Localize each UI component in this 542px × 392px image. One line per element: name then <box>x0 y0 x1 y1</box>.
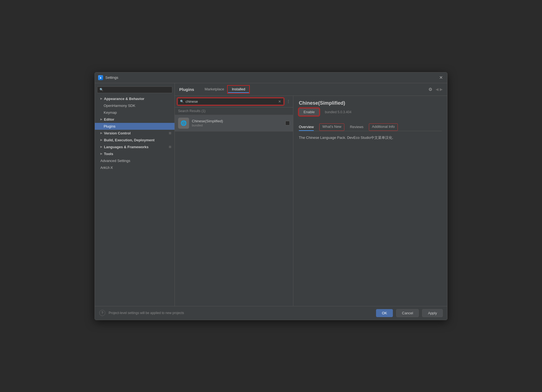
plugin-detail-version: bundled 5.0.3.404 <box>325 110 351 114</box>
search-menu-icon[interactable]: ⋮ <box>286 99 290 104</box>
plugin-icon-chinese: 🌐 <box>178 118 189 129</box>
tab-whats-new[interactable]: What's New <box>319 123 344 131</box>
plugin-info: Chinese(Simplified) bundled <box>192 119 283 127</box>
plugin-list-item-chinese[interactable]: 🌐 Chinese(Simplified) bundled <box>175 115 293 132</box>
title-bar: ▲ Settings ✕ <box>95 72 447 83</box>
sidebar-item-arkuix[interactable]: ArkUI-X <box>95 164 175 171</box>
search-bar-icon: 🔍 <box>180 100 184 103</box>
plugin-detail-title: Chinese(Simplified) <box>299 100 442 106</box>
tab-marketplace[interactable]: Marketplace <box>201 86 228 93</box>
main-panel: Plugins Marketplace Installed ⚙ ◀ ▶ 🔍 <box>175 83 447 306</box>
chevron-vc-icon: ▶ <box>100 132 102 134</box>
tab-additional-info[interactable]: Additional Info <box>369 123 398 131</box>
nav-arrows: ◀ ▶ <box>436 87 443 91</box>
sidebar-item-keymap[interactable]: Keymap <box>95 109 175 116</box>
detail-tabs: Overview What's New Reviews Additional I… <box>299 123 442 131</box>
sidebar-item-build[interactable]: ▶ Build, Execution, Deployment <box>95 137 175 144</box>
search-bar-inner: 🔍 ✕ <box>178 98 284 105</box>
footer-info-text: Project-level settings will be applied t… <box>109 311 373 315</box>
plugin-sub: bundled <box>192 124 283 127</box>
nav-back-icon[interactable]: ◀ <box>436 87 439 91</box>
plugin-search-input[interactable] <box>186 99 277 104</box>
plugin-detail-panel: Chinese(Simplified) Enable bundled 5.0.3… <box>293 96 447 306</box>
tab-overview[interactable]: Overview <box>299 123 314 131</box>
close-button[interactable]: ✕ <box>438 75 444 81</box>
enable-button[interactable]: Enable <box>299 108 319 116</box>
help-button[interactable]: ? <box>99 310 105 316</box>
tab-reviews[interactable]: Reviews <box>350 123 363 131</box>
sidebar-item-version-control[interactable]: ▶ Version Control ⊞ <box>95 130 175 137</box>
sidebar-item-appearance[interactable]: ▶ Appearance & Behavior <box>95 95 175 102</box>
ok-button[interactable]: OK <box>376 309 393 317</box>
chevron-build-icon: ▶ <box>100 139 102 141</box>
plugins-body: 🔍 ✕ ⋮ Search Results (1) 🌐 Chinese(Simpl… <box>175 96 447 306</box>
plugins-header: Plugins Marketplace Installed ⚙ ◀ ▶ <box>175 83 447 96</box>
sidebar-search-input[interactable] <box>105 88 170 92</box>
chevron-lang-icon: ▶ <box>100 145 102 148</box>
sidebar-search-container[interactable]: 🔍 <box>97 86 172 93</box>
sidebar-item-plugins[interactable]: Plugins <box>95 123 175 130</box>
plugin-description: The Chinese Language Pack. DevEco Studio… <box>299 135 442 141</box>
sidebar-item-languages[interactable]: ▶ Languages & Frameworks ⊞ <box>95 144 175 150</box>
settings-dialog: ▲ Settings ✕ 🔍 ▶ Appearance & Behavior O… <box>95 72 447 320</box>
search-icon: 🔍 <box>100 88 103 91</box>
app-icon: ▲ <box>98 75 103 80</box>
plugins-title: Plugins <box>179 87 194 92</box>
plugin-checkbox[interactable] <box>285 121 290 125</box>
cancel-button[interactable]: Cancel <box>396 309 419 317</box>
tab-installed[interactable]: Installed <box>228 86 249 93</box>
plugin-name: Chinese(Simplified) <box>192 119 283 123</box>
search-bar-container: 🔍 ✕ ⋮ <box>175 96 293 107</box>
dialog-title: Settings <box>105 75 118 80</box>
sidebar: 🔍 ▶ Appearance & Behavior OpenHarmony SD… <box>95 83 175 306</box>
apply-button[interactable]: Apply <box>422 309 443 317</box>
chevron-down-icon: ▶ <box>100 97 102 100</box>
sidebar-item-editor[interactable]: ▶ Editor <box>95 116 175 123</box>
sidebar-item-tools[interactable]: ▶ Tools <box>95 150 175 157</box>
search-clear-icon[interactable]: ✕ <box>278 99 281 104</box>
chevron-right-icon: ▶ <box>100 118 102 121</box>
plugins-list-panel: 🔍 ✕ ⋮ Search Results (1) 🌐 Chinese(Simpl… <box>175 96 293 306</box>
sidebar-item-advanced[interactable]: Advanced Settings <box>95 157 175 164</box>
chevron-tools-icon: ▶ <box>100 152 102 155</box>
sidebar-item-openharmony[interactable]: OpenHarmony SDK <box>95 102 175 109</box>
footer: ? Project-level settings will be applied… <box>95 306 447 320</box>
nav-forward-icon[interactable]: ▶ <box>440 87 443 91</box>
gear-icon[interactable]: ⚙ <box>428 87 432 92</box>
plugins-tabs: Marketplace Installed <box>201 86 249 93</box>
search-results-label: Search Results (1) <box>175 107 293 115</box>
